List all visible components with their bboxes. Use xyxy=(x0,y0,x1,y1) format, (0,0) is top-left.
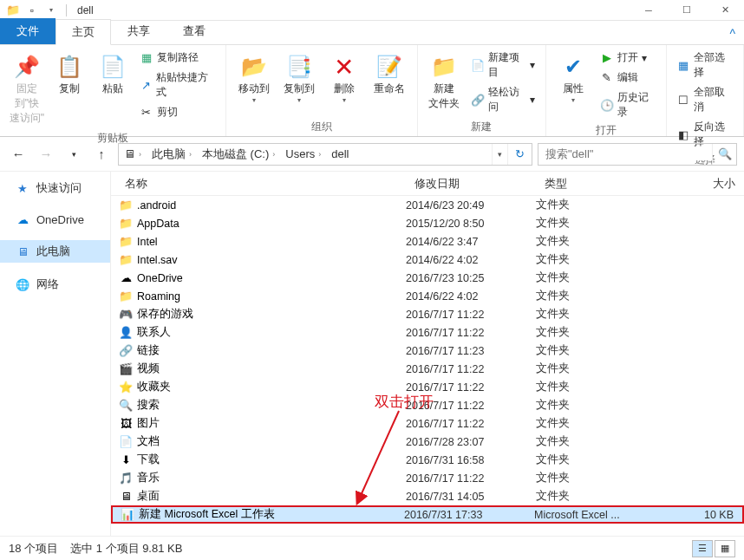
sidebar-label: 网络 xyxy=(36,277,59,292)
properties-button[interactable]: ✔属性▾ xyxy=(553,49,593,121)
forward-button[interactable]: → xyxy=(35,143,57,166)
pin-icon: 📌 xyxy=(14,52,40,81)
minimize-button[interactable]: ─ xyxy=(630,0,668,21)
file-row[interactable]: 📁Intel.sav2014/6/22 4:02文件夹 xyxy=(111,251,744,269)
open-icon: ▶ xyxy=(600,51,614,64)
file-type: 文件夹 xyxy=(536,216,649,231)
qat-icon[interactable]: ▫ xyxy=(25,3,39,17)
new-folder-button[interactable]: 📁新建 文件夹 xyxy=(425,49,465,118)
file-row[interactable]: 🎵音乐2016/7/17 11:22文件夹 xyxy=(111,469,744,487)
paste-shortcut-button[interactable]: ↗粘贴快捷方式 xyxy=(136,68,219,101)
move-to-button[interactable]: 📂移动到▾ xyxy=(233,49,275,118)
new-item-button[interactable]: 📄新建项目 ▾ xyxy=(467,49,538,81)
sidebar-item-2[interactable]: 🖥此电脑 xyxy=(0,240,110,263)
up-button[interactable]: ↑ xyxy=(90,143,113,166)
file-name: 视频 xyxy=(137,361,406,376)
recent-button[interactable]: ▾ xyxy=(62,143,85,166)
properties-icon: ✔ xyxy=(565,52,582,81)
tab-file[interactable]: 文件 xyxy=(0,18,55,44)
file-row[interactable]: 🎮保存的游戏2016/7/17 11:22文件夹 xyxy=(111,305,744,323)
crumb-root[interactable]: 🖥 › xyxy=(119,147,147,160)
address-bar[interactable]: 🖥 › 此电脑 › 本地磁盘 (C:) › Users › dell ▾ ↻ xyxy=(118,143,532,166)
file-row[interactable]: 📊新建 Microsoft Excel 工作表2016/7/31 17:33Mi… xyxy=(111,505,744,524)
search-box[interactable]: 🔍 xyxy=(538,143,737,166)
sidebar-label: 此电脑 xyxy=(36,244,70,259)
delete-icon: ✕ xyxy=(334,52,354,81)
file-icon: ⬇ xyxy=(118,453,134,466)
file-row[interactable]: 🎬视频2016/7/17 11:22文件夹 xyxy=(111,360,744,378)
paste-button[interactable]: 📄粘贴 xyxy=(93,49,133,129)
file-icon: 📁 xyxy=(118,235,134,248)
file-row[interactable]: 📄文档2016/7/28 23:07文件夹 xyxy=(111,433,744,451)
easy-access-button[interactable]: 🔗轻松访问 ▾ xyxy=(467,83,538,116)
file-row[interactable]: ⭐收藏夹2016/7/17 11:22文件夹 xyxy=(111,378,744,396)
file-type: 文件夹 xyxy=(536,343,649,358)
file-row[interactable]: 🔗链接2016/7/17 11:23文件夹 xyxy=(111,342,744,360)
easy-icon: 🔗 xyxy=(471,94,485,107)
file-date: 2016/7/17 11:22 xyxy=(406,363,536,375)
refresh-button[interactable]: ↻ xyxy=(507,144,532,165)
file-row[interactable]: 📁Intel2014/6/22 3:47文件夹 xyxy=(111,232,744,251)
file-icon: ⭐ xyxy=(118,381,134,394)
file-date: 2016/7/17 11:22 xyxy=(406,309,536,321)
file-date: 2014/6/23 20:49 xyxy=(406,199,536,212)
col-name[interactable]: 名称 xyxy=(111,176,406,192)
file-row[interactable]: ☁OneDrive2016/7/23 10:25文件夹 xyxy=(111,269,744,287)
select-none-button[interactable]: ☐全部取消 xyxy=(674,83,736,116)
qat-dropdown-icon[interactable]: ▾ xyxy=(44,3,58,17)
crumb-1[interactable]: 本地磁盘 (C:) › xyxy=(197,147,280,162)
file-date: 2016/7/17 11:23 xyxy=(406,345,536,357)
sidebar-item-3[interactable]: 🌐网络 xyxy=(0,273,110,296)
folder-icon: 📁 xyxy=(6,3,20,17)
search-icon[interactable]: 🔍 xyxy=(712,144,736,165)
file-name: 图片 xyxy=(137,416,406,431)
file-icon: 📁 xyxy=(118,290,134,303)
cut-button[interactable]: ✂剪切 xyxy=(136,103,219,121)
copy-path-button[interactable]: ▦复制路径 xyxy=(136,49,219,67)
col-type[interactable]: 类型 xyxy=(536,176,649,192)
copy-to-button[interactable]: 📑复制到▾ xyxy=(278,49,320,118)
crumb-2[interactable]: Users › xyxy=(280,147,326,160)
file-row[interactable]: ⬇下载2016/7/31 16:58文件夹 xyxy=(111,451,744,469)
search-input[interactable] xyxy=(538,147,712,160)
file-row[interactable]: 🖥桌面2016/7/31 14:05文件夹 xyxy=(111,487,744,505)
crumb-3[interactable]: dell xyxy=(326,147,354,160)
sidebar-icon: ★ xyxy=(16,182,29,195)
close-button[interactable]: ✕ xyxy=(706,0,744,21)
col-date[interactable]: 修改日期 xyxy=(406,176,536,192)
details-view-button[interactable]: ☰ xyxy=(692,540,713,557)
file-row[interactable]: 🔍搜索2016/7/17 11:22文件夹 xyxy=(111,396,744,414)
open-button[interactable]: ▶打开 ▾ xyxy=(597,49,659,67)
column-headers[interactable]: 名称 修改日期 类型 大小 xyxy=(111,172,744,196)
select-all-button[interactable]: ▦全部选择 xyxy=(674,49,736,81)
file-row[interactable]: 🖼图片2016/7/17 11:22文件夹 xyxy=(111,414,744,433)
tab-share[interactable]: 共享 xyxy=(111,18,166,44)
col-size[interactable]: 大小 xyxy=(649,176,744,192)
tab-home[interactable]: 主页 xyxy=(55,19,111,45)
delete-button[interactable]: ✕删除▾ xyxy=(323,49,365,118)
file-date: 2016/7/28 23:07 xyxy=(406,436,536,448)
ribbon-collapse-icon[interactable]: ^ xyxy=(721,23,744,44)
pin-button[interactable]: 📌固定到"快 速访问" xyxy=(7,49,47,129)
maximize-button[interactable]: ☐ xyxy=(668,0,706,21)
icons-view-button[interactable]: ▦ xyxy=(715,540,735,557)
sidebar-item-0[interactable]: ★快速访问 xyxy=(0,177,110,199)
tab-view[interactable]: 查看 xyxy=(166,18,222,44)
file-date: 2016/7/23 10:25 xyxy=(406,272,536,284)
file-row[interactable]: 📁Roaming2014/6/22 4:02文件夹 xyxy=(111,287,744,305)
invert-icon: ◧ xyxy=(677,128,690,141)
sidebar-item-1[interactable]: ☁OneDrive xyxy=(0,210,110,230)
file-name: 桌面 xyxy=(137,489,406,504)
file-icon: 🖥 xyxy=(118,490,134,503)
file-row[interactable]: 👤联系人2016/7/17 11:22文件夹 xyxy=(111,323,744,342)
rename-button[interactable]: 📝重命名 xyxy=(369,49,410,118)
file-row[interactable]: 📁AppData2015/12/20 8:50文件夹 xyxy=(111,214,744,232)
edit-button[interactable]: ✎编辑 xyxy=(597,68,659,87)
back-button[interactable]: ← xyxy=(7,143,29,166)
file-name: .android xyxy=(137,199,406,212)
file-row[interactable]: 📁.android2014/6/23 20:49文件夹 xyxy=(111,196,744,214)
history-button[interactable]: 🕒历史记录 xyxy=(597,88,659,121)
copy-button[interactable]: 📋复制 xyxy=(50,49,90,129)
crumb-0[interactable]: 此电脑 › xyxy=(147,147,197,162)
address-dropdown-icon[interactable]: ▾ xyxy=(492,144,507,165)
